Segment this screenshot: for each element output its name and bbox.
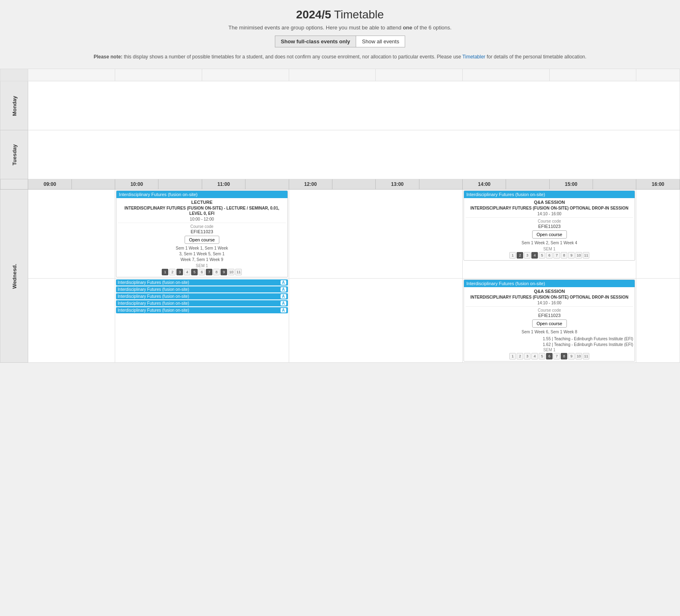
week-7[interactable]: 7 — [206, 269, 212, 275]
qa1-w9[interactable]: 9 — [568, 252, 575, 259]
wed-lecture-cell: Interdisciplinary Futures (fusion on-sit… — [115, 190, 289, 279]
week-2[interactable]: 2 — [169, 269, 176, 275]
btn-show-all[interactable]: Show all events — [356, 36, 405, 47]
wed-empty-end — [636, 190, 680, 279]
small-event-4-label: Interdisciplinary Futures (fusion on-sit… — [118, 301, 189, 306]
wed-empty-mid — [289, 190, 462, 279]
time-0900: 09:00 — [28, 179, 71, 190]
qa2-w1[interactable]: 1 — [509, 353, 516, 359]
qa1-w3[interactable]: 3 — [524, 252, 531, 259]
time-axis: 09:00 10:00 11:00 12:00 13:00 14:00 15:0… — [0, 179, 680, 190]
time-sep1 — [71, 179, 115, 190]
tuesday-cells — [28, 130, 680, 179]
notice-bold: Please note: — [94, 54, 123, 60]
wed-qa1-cell: Interdisciplinary Futures (fusion on-sit… — [462, 190, 636, 279]
time-sep2 — [158, 179, 202, 190]
btn-full-class[interactable]: Show full-class events only — [275, 36, 356, 47]
header-empty-6 — [462, 69, 549, 81]
week-10[interactable]: 10 — [228, 269, 234, 275]
qa1-w5[interactable]: 5 — [539, 252, 545, 259]
small-event-4[interactable]: Interdisciplinary Futures (fusion on-sit… — [116, 300, 288, 306]
small-event-5-label: Interdisciplinary Futures (fusion on-sit… — [118, 308, 189, 312]
lecture-cc-label: Course code — [118, 224, 285, 229]
qa2-w8[interactable]: 8 — [561, 353, 567, 359]
week-6[interactable]: 6 — [198, 269, 205, 275]
header-empty-5 — [376, 69, 463, 81]
qa1-w1[interactable]: 1 — [509, 252, 516, 259]
small-event-2-label: Interdisciplinary Futures (fusion on-sit… — [118, 287, 189, 292]
qa1-w6[interactable]: 6 — [546, 252, 553, 259]
small-event-2[interactable]: Interdisciplinary Futures (fusion on-sit… — [116, 286, 288, 292]
qa2-w9[interactable]: 9 — [568, 353, 575, 359]
week-8[interactable]: 8 — [213, 269, 220, 275]
week-1[interactable]: 1 — [162, 269, 168, 275]
page-header: 2024/5 Timetable The minimised events ar… — [0, 0, 680, 69]
lecture-week-nums: 1 2 3 4 5 6 7 8 9 10 11 — [118, 269, 285, 275]
lecture-header-bar: Interdisciplinary Futures (fusion on-sit… — [116, 191, 287, 198]
qa2-w7[interactable]: 7 — [553, 353, 560, 359]
timetabler-link[interactable]: Timetabler — [462, 54, 485, 60]
header-empty-8 — [636, 69, 680, 81]
qa2-open-btn[interactable]: Open course — [532, 319, 567, 328]
week-4[interactable]: 4 — [184, 269, 190, 275]
subtitle-bold: one — [403, 25, 412, 31]
time-sep7 — [593, 179, 636, 190]
title-rest: Timetable — [331, 8, 384, 21]
time-1000: 10:00 — [115, 179, 158, 190]
subtitle-end: of the 6 options. — [414, 25, 452, 31]
week-9[interactable]: 9 — [221, 269, 227, 275]
qa2-w3[interactable]: 3 — [524, 353, 531, 359]
qa2-w5[interactable]: 5 — [539, 353, 545, 359]
qa1-sem: SEM 1 — [466, 247, 633, 251]
timetable: Monday Tuesday 09:00 10:00 11:00 12:00 1… — [0, 69, 680, 363]
wed2-empty-mid — [289, 279, 462, 363]
qa2-w11[interactable]: 11 — [583, 353, 589, 359]
small-event-1[interactable]: Interdisciplinary Futures (fusion on-sit… — [116, 279, 288, 286]
wednesday-row: Wednesd. Interdisciplinary Futures (fusi… — [0, 190, 680, 279]
qa2-type: Q&A SESSION — [466, 289, 633, 294]
wed2-empty-end — [636, 279, 680, 363]
lecture-type: LECTURE — [118, 200, 285, 205]
week-11[interactable]: 11 — [235, 269, 242, 275]
qa2-w10[interactable]: 10 — [575, 353, 582, 359]
time-1200: 12:00 — [289, 179, 332, 190]
monday-cells — [28, 81, 680, 130]
qa2-header-bar: Interdisciplinary Futures (fusion on-sit… — [464, 280, 635, 287]
qa2-w4[interactable]: 4 — [531, 353, 538, 359]
qa1-w4[interactable]: 4 — [531, 252, 538, 259]
small-event-3[interactable]: Interdisciplinary Futures (fusion on-sit… — [116, 293, 288, 299]
qa2-cc-label: Course code — [466, 308, 633, 312]
tuesday-row: Tuesday — [0, 130, 680, 179]
qa1-week-nums: 1 2 3 4 5 6 7 8 9 10 11 — [466, 252, 633, 259]
qa1-cc: EFIE11023 — [466, 224, 633, 229]
small-event-3-badge: A — [281, 294, 286, 299]
time-sep4 — [332, 179, 375, 190]
small-event-4-badge: A — [281, 301, 286, 306]
lecture-open-btn[interactable]: Open course — [185, 236, 219, 244]
qa1-w10[interactable]: 10 — [575, 252, 582, 259]
qa1-w7[interactable]: 7 — [553, 252, 560, 259]
week-5[interactable]: 5 — [191, 269, 198, 275]
wednesday-row-2: Interdisciplinary Futures (fusion on-sit… — [0, 279, 680, 363]
qa2-time: 14:10 - 16:00 — [466, 301, 633, 307]
qa1-w2[interactable]: 2 — [517, 252, 523, 259]
wed-qa2-cell: Interdisciplinary Futures (fusion on-sit… — [462, 279, 636, 363]
qa1-w8[interactable]: 8 — [561, 252, 567, 259]
time-1600: 16:00 — [636, 179, 680, 190]
small-event-5[interactable]: Interdisciplinary Futures (fusion on-sit… — [116, 307, 288, 313]
lecture-weeks: Sem 1 Week 1, Sem 1 Week3, Sem 1 Week 5,… — [118, 246, 285, 263]
qa2-w2[interactable]: 2 — [517, 353, 523, 359]
subtitle: The minimised events are group options. … — [4, 25, 676, 31]
week-3[interactable]: 3 — [176, 269, 183, 275]
monday-label: Monday — [0, 81, 28, 130]
small-event-2-badge: A — [281, 287, 286, 292]
qa2-w6[interactable]: 6 — [546, 353, 553, 359]
qa1-w11[interactable]: 11 — [583, 252, 589, 259]
monday-row: Monday — [0, 81, 680, 130]
time-1500: 15:00 — [549, 179, 593, 190]
lecture-time: 10:00 - 12:00 — [118, 217, 285, 223]
header-empty-3 — [202, 69, 289, 81]
qa1-open-btn[interactable]: Open course — [532, 230, 567, 239]
small-event-3-label: Interdisciplinary Futures (fusion on-sit… — [118, 294, 189, 299]
qa1-time: 14:10 - 16:00 — [466, 212, 633, 218]
